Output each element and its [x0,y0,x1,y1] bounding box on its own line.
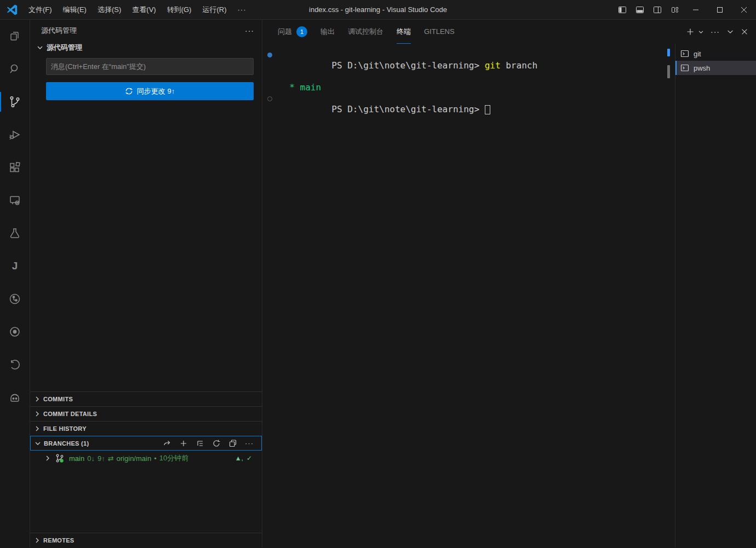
customize-layout-icon[interactable] [666,0,684,20]
branches-empty-area [30,466,262,533]
new-terminal-icon[interactable] [686,27,695,36]
compare-arrows-icon: ⇄ [108,454,114,463]
chevron-down-icon [33,439,42,448]
terminal-viewport[interactable]: PS D:\git\note\git-learning> git branch … [262,44,675,547]
tab-problems[interactable]: 问题 1 [278,20,307,44]
bullet-separator: • [154,454,157,463]
remote-explorer-icon[interactable] [0,184,30,217]
overview-ruler-command-mark [667,49,670,56]
chevron-right-icon [33,395,42,403]
maximize-button[interactable] [708,0,732,20]
menu-overflow-icon[interactable]: ··· [232,5,251,14]
chevron-right-icon [43,454,52,463]
branch-upstream: origin/main [117,454,152,463]
panel-more-icon[interactable]: ··· [711,27,720,36]
sync-icon [125,87,133,95]
run-and-debug-icon[interactable] [0,118,30,151]
branch-behind-count: 0↓ [87,454,95,463]
sidebar-more-icon[interactable]: ··· [245,26,254,35]
refresh-icon[interactable] [212,439,221,448]
menu-edit[interactable]: 编辑(E) [58,0,92,20]
testing-icon[interactable] [0,217,30,250]
terminal-line: PS D:\git\note\git-learning> [262,93,675,126]
sync-changes-button[interactable]: 同步更改 9↑ [46,82,254,100]
layout-tree-icon[interactable] [196,439,204,448]
section-branches[interactable]: BRANCHES (1) ··· [30,436,262,451]
sync-button-label: 同步更改 9↑ [137,86,175,96]
toggle-secondary-sidebar-icon[interactable] [649,0,666,20]
menu-goto[interactable]: 转到(G) [162,0,197,20]
terminal-list-item-git[interactable]: git [675,47,756,61]
section-commit-details[interactable]: COMMIT DETAILS [30,406,262,421]
new-branch-icon[interactable] [179,439,188,448]
branches-more-icon[interactable]: ··· [245,439,254,447]
record-icon[interactable] [0,315,30,348]
tab-problems-label: 问题 [278,27,292,37]
command-success-decoration-icon[interactable] [267,53,272,57]
j-extension-icon[interactable]: J [0,250,30,282]
terminal-command-text: git [485,60,501,71]
close-panel-icon[interactable] [741,28,748,36]
chevron-right-icon [33,424,42,433]
branch-status-check-icon: ✓ [247,454,252,462]
prompt-decoration-icon[interactable] [267,96,272,101]
terminal-list-label: git [694,50,701,58]
menu-file[interactable]: 文件(F) [23,0,58,20]
open-in-editor-icon[interactable] [228,439,237,448]
explorer-icon[interactable] [0,20,30,53]
window-title: index.css - git-learning - Visual Studio… [309,5,447,14]
overview-ruler-prompt-mark [667,65,670,78]
source-control-sidebar: 源代码管理 ··· 源代码管理 同步更改 9↑ COMMITS COMMIT D… [30,20,262,547]
terminal-icon [680,49,689,58]
menu-view[interactable]: 查看(V) [127,0,161,20]
toggle-panel-icon[interactable] [631,0,649,20]
tab-output[interactable]: 输出 [320,20,335,44]
git-branch-icon [55,453,65,463]
branch-name: main [69,454,84,463]
terminal-cursor [485,105,490,114]
section-file-history-label: FILE HISTORY [43,425,87,432]
section-remotes-label: REMOTES [43,537,75,544]
section-commits[interactable]: COMMITS [30,391,262,406]
close-window-button[interactable] [732,0,756,20]
history-icon[interactable] [0,348,30,381]
panel-tab-bar: 问题 1 输出 调试控制台 终端 GITLENS ··· [262,20,756,44]
section-branches-label: BRANCHES (1) [44,440,89,447]
section-commits-label: COMMITS [43,396,73,402]
section-commit-details-label: COMMIT DETAILS [43,411,97,417]
tab-debug-console[interactable]: 调试控制台 [348,20,383,44]
hide-panel-chevron-icon[interactable] [726,28,734,36]
commit-message-input[interactable] [46,58,254,75]
scm-section-header[interactable]: 源代码管理 [30,42,262,54]
search-icon[interactable] [0,53,30,85]
terminal-list-item-pwsh[interactable]: pwsh [675,61,756,75]
menu-run[interactable]: 运行(R) [197,0,232,20]
terminal-list-label: pwsh [694,64,710,72]
toggle-primary-sidebar-icon[interactable] [614,0,631,20]
branch-status-triangle-icon: ▲, [235,454,243,462]
terminal-line: PS D:\git\note\git-learning> git branch [262,49,675,82]
problems-count-badge: 1 [296,26,307,37]
branch-row-main[interactable]: main 0↓ 9↑ ⇄ origin/main • 10分钟前 ▲, ✓ [30,451,262,466]
branch-ahead-count: 9↑ [98,454,105,463]
ai-assistant-icon[interactable] [0,381,30,414]
switch-branch-icon[interactable] [163,439,171,448]
extensions-icon[interactable] [0,151,30,184]
terminal-line: * main [262,82,675,93]
sidebar-title: 源代码管理 [41,26,77,36]
bottom-panel: 问题 1 输出 调试控制台 终端 GITLENS ··· PS D:\git\n… [262,20,756,547]
terminal-profile-dropdown-icon[interactable] [698,29,704,35]
activity-bar: J [0,20,30,547]
source-control-icon[interactable] [0,85,30,118]
terminal-tabs-list: git pwsh [675,44,756,547]
minimize-button[interactable] [684,0,708,20]
chevron-right-icon [33,536,42,545]
menu-selection[interactable]: 选择(S) [92,0,127,20]
gitlens-icon[interactable] [0,282,30,315]
section-remotes[interactable]: REMOTES [30,533,262,547]
vscode-logo-icon [5,3,19,16]
section-file-history[interactable]: FILE HISTORY [30,421,262,436]
tab-gitlens[interactable]: GITLENS [424,20,455,44]
chevron-down-icon [36,43,44,52]
tab-terminal[interactable]: 终端 [397,20,411,44]
